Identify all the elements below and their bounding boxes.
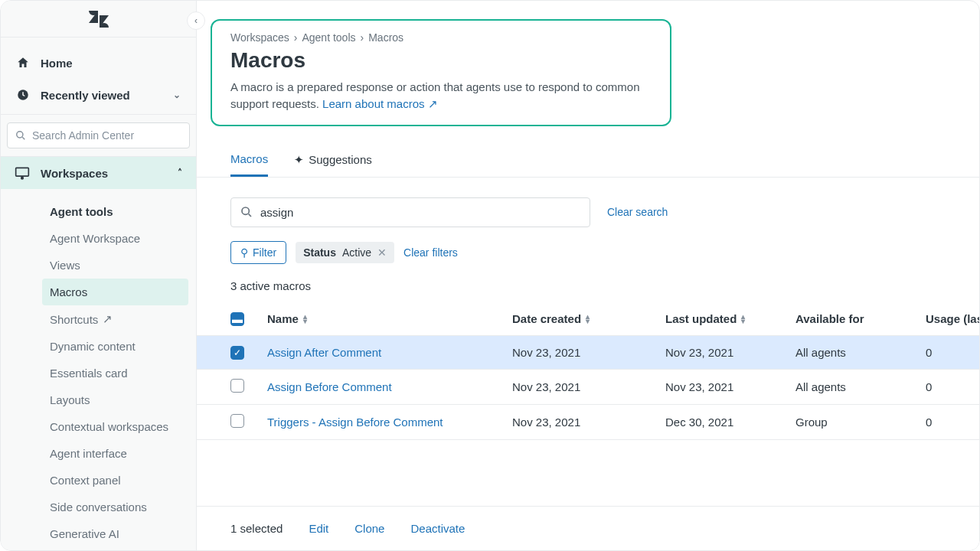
sidebar-item-context-panel[interactable]: Context panel <box>1 467 196 494</box>
tab-suggestions[interactable]: ✦ Suggestions <box>294 145 372 177</box>
sidebar-item-generative-ai[interactable]: Generative AI <box>1 520 196 547</box>
table-row[interactable]: ✓ Assign After Comment Nov 23, 2021 Nov … <box>197 336 979 370</box>
breadcrumb-agent-tools[interactable]: Agent tools <box>302 31 355 44</box>
sidebar-item-macros[interactable]: Macros <box>42 279 188 305</box>
breadcrumb-workspaces[interactable]: Workspaces <box>230 31 289 44</box>
clone-button[interactable]: Clone <box>354 522 384 535</box>
clock-icon <box>16 88 30 102</box>
nav-recent-label: Recently viewed <box>41 89 130 102</box>
edit-button[interactable]: Edit <box>309 522 328 535</box>
collapse-sidebar-button[interactable]: ‹ <box>187 11 205 30</box>
sidebar-item-views[interactable]: Views <box>1 252 196 279</box>
search-icon <box>15 130 26 141</box>
macro-search[interactable] <box>230 197 590 227</box>
result-count: 3 active macros <box>230 279 979 292</box>
table-row[interactable]: Triggers - Assign Before Comment Nov 23,… <box>197 405 979 440</box>
chevron-right-icon: › <box>294 31 298 44</box>
row-checkbox[interactable]: ✓ <box>230 346 244 360</box>
sidebar-section-workspaces[interactable]: Workspaces ˄ <box>1 157 196 189</box>
row-name-link[interactable]: Assign After Comment <box>267 346 512 359</box>
row-checkbox[interactable] <box>230 414 244 428</box>
sidebar-item-side-conversations[interactable]: Side conversations <box>1 494 196 520</box>
sidebar-search[interactable]: Search Admin Center <box>7 122 190 148</box>
row-available: All agents <box>795 380 926 393</box>
svg-point-3 <box>21 177 24 179</box>
nav-home-label: Home <box>41 57 73 70</box>
page-title: Macros <box>230 48 652 73</box>
row-available: All agents <box>795 346 926 359</box>
svg-point-1 <box>17 132 23 138</box>
sidebar-item-contextual-workspaces[interactable]: Contextual workspaces <box>1 413 196 440</box>
col-available[interactable]: Available for <box>795 312 926 325</box>
row-available: Group <box>795 416 926 429</box>
select-all-checkbox[interactable]: ▬ <box>230 312 244 326</box>
row-created: Nov 23, 2021 <box>512 346 665 359</box>
clear-search-link[interactable]: Clear search <box>607 206 668 218</box>
col-updated[interactable]: Last updated▴▾ <box>665 312 795 325</box>
tabs: Macros ✦ Suggestions <box>197 145 979 178</box>
chevron-up-icon: ˄ <box>178 168 182 178</box>
nav-top: Home Recently viewed ⌄ <box>1 37 196 115</box>
nav-recent[interactable]: Recently viewed ⌄ <box>1 79 196 111</box>
learn-more-link[interactable]: Learn about macros ↗ <box>322 97 438 110</box>
col-created[interactable]: Date created▴▾ <box>512 312 665 325</box>
sidebar-item-dynamic-content[interactable]: Dynamic content <box>1 333 196 360</box>
table-header: ▬ Name▴▾ Date created▴▾ Last updated▴▾ A… <box>197 303 979 336</box>
main: Workspaces › Agent tools › Macros Macros… <box>197 1 979 550</box>
row-created: Nov 23, 2021 <box>512 416 665 429</box>
svg-point-4 <box>242 207 249 214</box>
sidebar-section-label: Workspaces <box>41 167 108 180</box>
row-updated: Nov 23, 2021 <box>665 380 795 393</box>
sidebar-item-agent-interface[interactable]: Agent interface <box>1 440 196 467</box>
filter-button[interactable]: ⚲ Filter <box>230 241 286 264</box>
controls: Clear search ⚲ Filter Status Active ✕ Cl… <box>197 178 979 264</box>
sidebar-item-agent-workspace[interactable]: Agent Workspace <box>1 225 196 252</box>
svg-rect-2 <box>16 168 29 176</box>
row-checkbox[interactable] <box>230 379 244 393</box>
nav-home[interactable]: Home <box>1 47 196 79</box>
chevron-left-icon: ‹ <box>194 15 198 26</box>
page-description: A macro is a prepared response or action… <box>230 79 652 112</box>
sparkle-icon: ✦ <box>294 153 304 167</box>
zendesk-logo-icon <box>88 11 109 28</box>
col-usage[interactable]: Usage (las <box>926 312 979 325</box>
external-link-icon: ↗ <box>428 97 438 110</box>
sort-icon: ▴▾ <box>586 315 590 324</box>
chevron-down-icon: ⌄ <box>173 90 181 100</box>
sidebar-item-layouts[interactable]: Layouts <box>1 386 196 413</box>
selected-count: 1 selected <box>230 522 283 535</box>
macros-table: ▬ Name▴▾ Date created▴▾ Last updated▴▾ A… <box>197 303 979 440</box>
sidebar-item-essentials-card[interactable]: Essentials card <box>1 360 196 386</box>
sort-icon: ▴▾ <box>741 315 745 324</box>
sidebar: ‹ Home Recently viewed ⌄ Search Admin Ce… <box>1 1 197 550</box>
sidebar-subnav: Agent tools Agent Workspace Views Macros… <box>1 189 196 547</box>
table-row[interactable]: Assign Before Comment Nov 23, 2021 Nov 2… <box>197 370 979 405</box>
header-callout: Workspaces › Agent tools › Macros Macros… <box>211 19 671 126</box>
monitor-icon <box>15 166 30 180</box>
search-icon <box>240 206 253 218</box>
macro-search-input[interactable] <box>260 206 580 219</box>
home-icon <box>16 56 30 70</box>
chevron-right-icon: › <box>361 31 364 44</box>
sidebar-search-placeholder: Search Admin Center <box>32 129 134 142</box>
clear-filters-link[interactable]: Clear filters <box>403 246 458 259</box>
row-usage: 0 <box>926 416 979 429</box>
row-usage: 0 <box>926 380 979 393</box>
row-updated: Nov 23, 2021 <box>665 346 795 359</box>
row-updated: Dec 30, 2021 <box>665 416 795 429</box>
tab-macros[interactable]: Macros <box>230 145 268 177</box>
breadcrumb: Workspaces › Agent tools › Macros <box>230 31 652 44</box>
sidebar-search-wrap: Search Admin Center <box>1 115 196 157</box>
deactivate-button[interactable]: Deactivate <box>410 522 465 535</box>
sort-icon: ▴▾ <box>303 315 307 324</box>
close-icon[interactable]: ✕ <box>377 246 387 259</box>
row-usage: 0 <box>926 346 979 359</box>
row-name-link[interactable]: Assign Before Comment <box>267 380 512 393</box>
breadcrumb-macros: Macros <box>368 31 403 44</box>
row-name-link[interactable]: Triggers - Assign Before Comment <box>267 416 512 429</box>
status-filter-chip[interactable]: Status Active ✕ <box>296 242 394 263</box>
sidebar-item-agent-tools[interactable]: Agent tools <box>1 198 196 225</box>
sidebar-item-shortcuts[interactable]: Shortcuts ↗ <box>1 305 196 333</box>
col-name[interactable]: Name▴▾ <box>267 312 512 325</box>
sliders-icon: ⚲ <box>240 246 248 259</box>
